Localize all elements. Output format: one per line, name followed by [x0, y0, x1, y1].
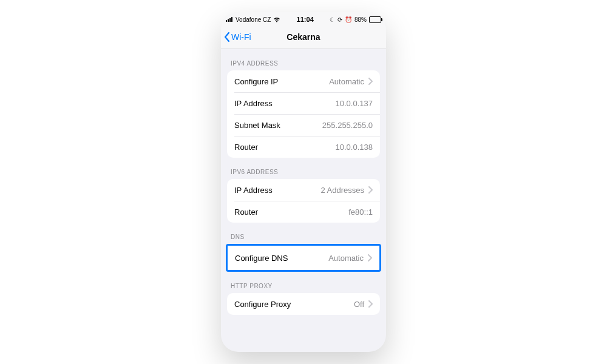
svg-rect-3 [231, 17, 232, 22]
status-left: Vodafone CZ [226, 16, 280, 23]
battery-percent: 88% [354, 16, 367, 23]
row-ip-address-v6[interactable]: IP Address 2 Addresses [227, 179, 380, 201]
stage: Vodafone CZ 11:04 ☾ ⟳ ⏰ 88% Wi-Fi Cekarn… [0, 0, 607, 364]
svg-rect-0 [226, 20, 227, 22]
row-label: Configure Proxy [234, 300, 354, 309]
orientation-lock-icon: ⟳ [337, 16, 342, 23]
row-subnet-mask: Subnet Mask 255.255.255.0 [227, 114, 380, 136]
row-label: IP Address [234, 186, 320, 195]
row-label: Subnet Mask [234, 121, 322, 130]
row-configure-dns[interactable]: Configure DNS Automatic [228, 246, 379, 270]
svg-rect-2 [229, 18, 231, 22]
row-router-v6: Router fe80::1 [227, 201, 380, 223]
row-value: Automatic [328, 254, 364, 263]
back-label: Wi-Fi [231, 32, 251, 42]
chevron-right-icon [368, 300, 373, 308]
section-header-proxy: HTTP PROXY [221, 272, 386, 293]
row-ip-address-v4: IP Address 10.0.0.137 [227, 92, 380, 114]
row-value: Automatic [329, 77, 364, 86]
chevron-right-icon [367, 254, 372, 261]
row-value: Off [354, 300, 364, 309]
group-proxy: Configure Proxy Off [227, 293, 380, 315]
dnd-moon-icon: ☾ [330, 16, 335, 23]
nav-title: Cekarna [287, 32, 320, 42]
row-value: 10.0.0.138 [336, 143, 373, 152]
highlight-configure-dns: Configure DNS Automatic [226, 244, 381, 272]
status-bar: Vodafone CZ 11:04 ☾ ⟳ ⏰ 88% [221, 12, 386, 25]
back-button[interactable]: Wi-Fi [223, 32, 251, 42]
row-label: Router [234, 207, 348, 217]
battery-icon [369, 16, 381, 23]
row-value: 2 Addresses [320, 186, 364, 195]
group-ipv6: IP Address 2 Addresses Router fe80::1 [227, 179, 380, 223]
row-value: fe80::1 [348, 207, 373, 217]
svg-rect-1 [228, 19, 229, 22]
row-configure-ip[interactable]: Configure IP Automatic [227, 70, 380, 92]
status-right: ☾ ⟳ ⏰ 88% [330, 16, 381, 23]
bottom-spacer [221, 315, 386, 327]
row-label: Configure IP [234, 77, 329, 86]
chevron-left-icon [223, 32, 231, 42]
row-label: Router [234, 143, 336, 152]
row-label: Configure DNS [235, 254, 328, 263]
chevron-right-icon [368, 186, 373, 194]
row-router-v4: Router 10.0.0.138 [227, 136, 380, 158]
nav-bar: Wi-Fi Cekarna [221, 25, 386, 49]
wifi-icon [273, 17, 280, 22]
row-value: 10.0.0.137 [336, 99, 373, 108]
carrier-label: Vodafone CZ [236, 16, 271, 23]
section-header-ipv6: IPV6 ADDRESS [221, 158, 386, 179]
row-configure-proxy[interactable]: Configure Proxy Off [227, 293, 380, 315]
cellular-signal-icon [226, 17, 233, 22]
row-value: 255.255.255.0 [322, 121, 373, 130]
row-label: IP Address [234, 99, 336, 108]
alarm-icon: ⏰ [345, 16, 352, 23]
status-time: 11:04 [297, 16, 314, 23]
section-header-ipv4: IPV4 ADDRESS [221, 49, 386, 70]
settings-scroll[interactable]: IPV4 ADDRESS Configure IP Automatic IP A… [221, 49, 386, 352]
group-ipv4: Configure IP Automatic IP Address 10.0.0… [227, 70, 380, 158]
section-header-dns: DNS [221, 223, 386, 244]
chevron-right-icon [368, 78, 373, 85]
phone-frame: Vodafone CZ 11:04 ☾ ⟳ ⏰ 88% Wi-Fi Cekarn… [221, 12, 386, 352]
